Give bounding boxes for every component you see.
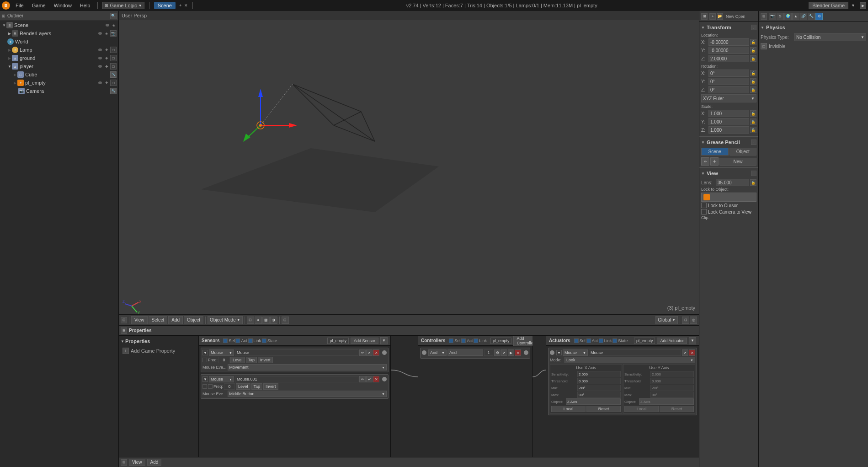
sensor-2-name[interactable]: Mouse.001 [235,376,358,382]
view-section-header[interactable]: ▼ View - [701,170,756,177]
loc-z-field[interactable]: 2.00000 [708,55,749,62]
transform-collapse[interactable]: - [751,25,756,30]
act-x-obj-dropdown[interactable]: Z Axis [566,398,621,405]
footer-view-btn[interactable]: View [129,459,145,466]
scale-z-lock[interactable]: 🔒 [750,127,756,133]
menu-window[interactable]: Window [51,2,75,9]
sensor-2-expand[interactable]: ▼ [202,376,208,382]
ground-cursor[interactable]: ✚ [104,55,109,61]
sensors-link-cb[interactable] [248,338,253,343]
player-cursor[interactable]: ✚ [104,64,109,69]
tree-item-lamp[interactable]: ▶ ☀ Lamp ✚ □ [0,46,118,54]
lock-camera-row[interactable]: Lock Camera to View [701,209,756,215]
shading-render[interactable]: ◑ [270,317,277,324]
empty-cursor[interactable]: ✚ [104,80,109,86]
sensor-1-icon2[interactable]: ✔ [366,349,373,356]
sensor-2-tap[interactable]: Tap [251,383,263,390]
act-delete[interactable]: ✕ [689,349,695,356]
sensor-2-icon2[interactable]: ✔ [366,376,373,382]
tree-item-scene[interactable]: ▼ S Scene ◈ [0,21,118,29]
ctrl-name[interactable]: And [447,349,483,356]
loc-z-lock[interactable]: 🔒 [750,55,756,62]
grid-btn[interactable]: ⊞ [282,317,289,324]
sensor-1-tap[interactable]: Tap [246,357,257,363]
snap-btn[interactable]: ⊡ [682,317,689,324]
grease-new-btn[interactable]: New [719,158,756,166]
right-btn-open[interactable]: 📂 [717,13,723,20]
sensor-1-expand[interactable]: ▼ [202,350,208,355]
render-icon-scene[interactable]: ◈ [111,22,117,28]
select-btn[interactable]: Select [149,316,168,324]
act-link-cb[interactable] [599,338,603,343]
lock-cursor-cb[interactable] [701,203,707,208]
grease-collapse[interactable]: - [751,140,756,145]
act-icon1[interactable]: ✔ [682,349,688,356]
act-state-cb[interactable] [612,338,617,343]
empty-vis[interactable] [97,80,103,86]
scale-x-field[interactable]: 1.000 [708,110,749,117]
act-name[interactable]: Mouse [589,349,681,356]
loc-x-lock[interactable]: 🔒 [750,39,756,45]
rot-z-field[interactable]: 0° [708,86,749,93]
props-icon-object[interactable]: ▲ [792,13,799,20]
right-btn-new[interactable]: + [709,13,716,20]
act-y-obj-dropdown[interactable]: Z Axis [639,398,694,405]
grease-pencil-header[interactable]: ▼ Grease Pencil - [701,139,756,146]
props-icon-modifiers[interactable]: 🔧 [808,13,815,20]
shading-solid[interactable]: ● [255,317,262,324]
sensor-1-icon1[interactable]: ✏ [359,349,366,356]
lock-camera-cb[interactable] [701,209,707,215]
add-actuator-btn[interactable]: Add Actuator [657,338,687,344]
tree-item-player[interactable]: ▼ ▲ player ✚ □ [0,62,118,70]
transform-section-header[interactable]: ▼ Transform - [701,24,756,31]
ctrl-icon3[interactable]: ▶ [508,349,514,356]
tree-item-pl-empty[interactable]: ▶ ✦ pl_empty ✚ □ [0,79,118,87]
view-btn[interactable]: View [131,316,148,324]
sensor-1-level[interactable]: Level [230,357,245,363]
sensor-1-freq[interactable]: 0 [218,357,229,363]
object-btn[interactable]: Object [184,316,203,324]
act-dropdown-btn[interactable]: ▼ [689,337,696,344]
menu-file[interactable]: File [13,2,27,9]
lock-to-cursor-row[interactable]: Lock to Cursor [701,203,756,208]
sensor-2-event-dropdown[interactable]: Middle Button ▼ [228,391,387,397]
sensors-sel-cb[interactable] [223,338,228,343]
sensors-dropdown-btn[interactable]: ▼ [380,337,388,344]
scale-z-field[interactable]: 1.000 [708,126,749,134]
rot-y-field[interactable]: 0° [708,78,749,85]
scale-x-lock[interactable]: 🔒 [750,110,756,117]
rot-z-lock[interactable]: 🔒 [750,86,756,93]
sensor-2-sub-cb2[interactable] [208,384,213,389]
act-x-sens-field[interactable]: 2.000 [577,371,621,377]
sensor-1-type[interactable]: Mouse▼ [209,349,234,356]
act-x-thresh-field[interactable]: 0.000 [577,378,621,384]
tree-item-ground[interactable]: ▶ ▲ ground ✚ □ [0,54,118,62]
editor-type-selector[interactable]: ⊞ Game Logic ▼ [102,2,144,9]
viewport-icon-btn[interactable]: ⊞ [121,317,127,323]
sensor-2-level[interactable]: Level [236,383,250,390]
loc-x-field[interactable]: -0.00000 [708,38,749,46]
lamp-vis[interactable] [97,47,103,53]
render-engine[interactable]: Blender Game [809,2,848,9]
grease-object-btn[interactable]: Object [730,148,757,156]
rot-x-field[interactable]: 0° [708,70,749,77]
sensor-1-delete[interactable]: ✕ [373,349,379,356]
loc-y-field[interactable]: -0.00000 [708,47,749,54]
scale-y-field[interactable]: 1.000 [708,118,749,125]
sensor-2-delete[interactable]: ✕ [373,376,379,382]
act-y-sens-field[interactable]: 2.000 [650,371,694,377]
tree-item-camera[interactable]: 📷 Camera 🔧 [0,87,118,95]
view-collapse[interactable]: - [751,171,756,176]
sensor-2-type[interactable]: Mouse▼ [209,376,234,382]
act-y-max-field[interactable]: 90° [650,392,694,398]
ctrl-link-cb[interactable] [474,338,478,343]
grease-scene-btn[interactable]: Scene [701,148,729,156]
ctrl-act-cb[interactable] [461,338,466,343]
tree-item-renderlayers[interactable]: ▶ R RenderLayers ◈ 📷 [0,29,118,38]
act-sel-cb[interactable] [574,338,579,343]
props-icon-constraints[interactable]: 🔗 [800,13,807,20]
ground-vis[interactable] [97,55,103,61]
physics-type-dropdown[interactable]: No Collision ▼ [794,33,866,41]
props-icon-physics[interactable]: ⚙ [815,13,823,20]
rot-y-lock[interactable]: 🔒 [750,78,756,85]
